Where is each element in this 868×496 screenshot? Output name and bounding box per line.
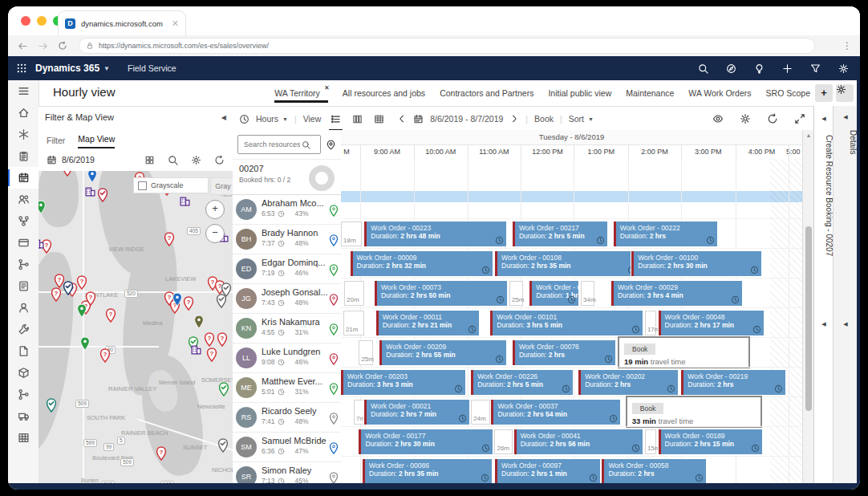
eye-icon[interactable] — [712, 113, 724, 124]
map-pin-icon[interactable] — [329, 442, 339, 454]
booking-suggestion-box[interactable]: Book 33 min travel time — [626, 396, 762, 428]
booking-block[interactable]: Work Order - 00203 Duration: 3 hrs 3 min — [341, 370, 465, 395]
waffle-icon[interactable] — [16, 63, 27, 74]
map-pin-icon[interactable] — [329, 472, 339, 483]
legend-icon[interactable] — [144, 155, 155, 165]
sidebar-item-connections[interactable] — [8, 384, 39, 405]
map-pin-resource-icon[interactable] — [87, 171, 98, 183]
booking-block[interactable]: Work Order - 00029 Duration: 3 hrs 4 min — [611, 281, 742, 306]
search-icon[interactable] — [302, 140, 310, 149]
booking-suggestion-box[interactable]: Book 19 min travel time — [618, 336, 750, 368]
calendar-icon[interactable] — [47, 155, 57, 165]
booking-block[interactable]: Work Order - 00219 Duration: 2 hrs — [681, 370, 785, 395]
forward-icon[interactable] — [38, 41, 48, 51]
schedule-body[interactable]: 18mWork Order - 00223 Duration: 2 hrs 48… — [341, 159, 802, 483]
resource-row[interactable]: BHBrady Hannon7:3748% — [233, 225, 341, 254]
gear-icon[interactable] — [191, 155, 201, 165]
tab-map-view[interactable]: Map View — [78, 134, 115, 148]
booking-block[interactable]: Work Order - 00223 Duration: 2 hrs 48 mi… — [364, 222, 506, 246]
url-bar[interactable]: https://dynamics.microsoft.com/es-es/sal… — [79, 38, 815, 54]
map-pin-resource-icon[interactable] — [79, 336, 91, 351]
back-icon[interactable] — [18, 41, 28, 51]
map-pin-icon[interactable] — [329, 383, 339, 395]
map-pin-booked-icon[interactable] — [221, 283, 232, 297]
map-date[interactable]: 8/6/2019 — [62, 155, 95, 165]
map-building-icon[interactable] — [84, 185, 95, 200]
chevron-down-icon[interactable]: ▼ — [103, 65, 110, 72]
browser-tab[interactable]: D dynamics.microsoft.com ✕ — [58, 10, 186, 35]
expand-panel-icon[interactable]: ◀ — [834, 114, 858, 120]
reload-icon[interactable] — [58, 41, 67, 51]
booking-block[interactable]: Work Order - 00041 Duration: 2 hrs 56 mi… — [514, 429, 643, 454]
collapse-panel-icon[interactable]: ◀ — [221, 114, 226, 121]
sidebar-item-fleet[interactable] — [8, 405, 39, 427]
board-settings-button[interactable] — [836, 84, 854, 102]
booking-block[interactable]: Work Order - 00226 Duration: 2 hrs 5 min — [471, 370, 573, 395]
map-pin-unscheduled-icon[interactable]: ? — [156, 446, 167, 461]
zoom-in-button[interactable]: + — [205, 200, 225, 219]
sidebar-item-notes[interactable] — [8, 275, 39, 297]
gear-icon[interactable] — [740, 113, 751, 124]
map-pin-unscheduled-icon[interactable]: ? — [206, 348, 217, 362]
expand-icon[interactable] — [794, 113, 805, 124]
minimize-window-button[interactable] — [37, 16, 47, 26]
board-tab-initial-public-view[interactable]: Initial public view — [548, 83, 611, 103]
map-pin-unscheduled-icon[interactable]: ? — [76, 275, 87, 290]
map-pin-unscheduled-icon[interactable]: ? — [217, 332, 228, 347]
sidebar-item-tools[interactable] — [8, 319, 39, 340]
booking-block[interactable]: Work Order - 00058 Duration: 2 hrs — [602, 459, 706, 483]
map-pin-icon[interactable] — [326, 140, 336, 150]
zoom-out-button[interactable]: − — [205, 224, 225, 243]
sort-dropdown[interactable]: Sort — [569, 114, 584, 124]
prev-day-icon[interactable] — [397, 114, 407, 124]
booking-block[interactable]: Work Order - 00076 Duration: 2 hrs — [513, 340, 615, 365]
add-board-tab-button[interactable]: + — [815, 84, 833, 102]
gear-icon[interactable] — [838, 63, 849, 74]
search-input[interactable] — [242, 140, 302, 149]
map-pin-booked-icon[interactable] — [97, 188, 108, 202]
board-tab-maintenance[interactable]: Maintenance — [626, 83, 674, 103]
book-button[interactable]: Book — [624, 344, 655, 355]
caret-down-icon[interactable]: ▼ — [282, 116, 288, 122]
board-tab-all-resources-and-jobs[interactable]: All resources and jobs — [343, 83, 425, 103]
expand-panel-icon[interactable]: ◀ — [834, 321, 858, 327]
list-view-button[interactable] — [329, 108, 343, 131]
board-tab-contractors-and-partners[interactable]: Contractors and Partners — [440, 83, 533, 103]
board-tab-sro-scope[interactable]: SRO Scope — [766, 83, 810, 103]
lightbulb-icon[interactable] — [754, 63, 765, 74]
booking-block[interactable]: Work Order - 00202 Duration: 2 hrs — [578, 370, 678, 395]
resource-row[interactable]: AMAbraham Mco...6:5343% — [233, 195, 341, 225]
map-pin-icon[interactable] — [329, 234, 339, 246]
map-pin-unscheduled-icon[interactable]: ? — [164, 232, 175, 246]
map-pin-booked-icon[interactable] — [63, 281, 74, 295]
plus-icon[interactable] — [782, 63, 793, 74]
map-pin-unscheduled-icon[interactable]: ? — [105, 308, 116, 323]
booking-block[interactable]: Work Order - 00209 Duration: 2 hrs 55 mi… — [379, 340, 506, 365]
booking-block[interactable]: Work Order - 00189 Duration: 2 hrs 15 mi… — [659, 429, 762, 454]
book-button[interactable]: Book — [632, 403, 663, 414]
resource-row[interactable]: SRSimon Raley7:1345% — [233, 462, 341, 483]
sidebar-item-user[interactable] — [8, 297, 39, 319]
search-icon[interactable] — [168, 155, 178, 165]
search-resources-box[interactable] — [237, 135, 321, 154]
map-pin-icon[interactable] — [329, 323, 339, 335]
map-pin-unscheduled-icon[interactable]: ? — [51, 287, 62, 302]
booking-block[interactable]: Work Order - 00108 Duration: 2 hrs 35 mi… — [495, 251, 639, 276]
sidebar-item-schedule-board[interactable] — [8, 167, 39, 189]
resource-row[interactable]: JGJoseph Gonsal...7:4348% — [233, 284, 341, 314]
resource-row[interactable]: MEMatthew Ever...5:0131% — [233, 373, 341, 403]
booking-block[interactable]: Work Order - 00086 Duration: 2 hrs 35 mi… — [363, 459, 492, 483]
sidebar-item-hamburger-menu[interactable] — [8, 80, 39, 102]
booking-block[interactable]: Work Order - 00217 Duration: 2 hrs 5 min — [513, 222, 607, 246]
expand-panel-icon[interactable]: ◀ — [814, 321, 834, 327]
booking-block[interactable]: Work Order - 00048 Duration: 2 hrs 17 mi… — [659, 311, 764, 335]
booking-block[interactable]: Work Order - 00011 Duration: 2 hrs 21 mi… — [376, 311, 479, 335]
booking-block[interactable]: Work Order - 00037 Duration: 2 hrs 54 mi… — [491, 400, 620, 425]
compass-icon[interactable] — [726, 63, 736, 74]
sidebar-item-reports[interactable] — [8, 427, 39, 449]
map-pin-booked-icon[interactable] — [217, 438, 229, 453]
map-building-icon[interactable] — [39, 238, 44, 252]
sidebar-item-resources[interactable] — [8, 189, 39, 210]
resource-row[interactable]: SMSamuel McBride6:3647% — [233, 433, 341, 462]
map-pin-unscheduled-icon[interactable]: ? — [183, 296, 194, 311]
